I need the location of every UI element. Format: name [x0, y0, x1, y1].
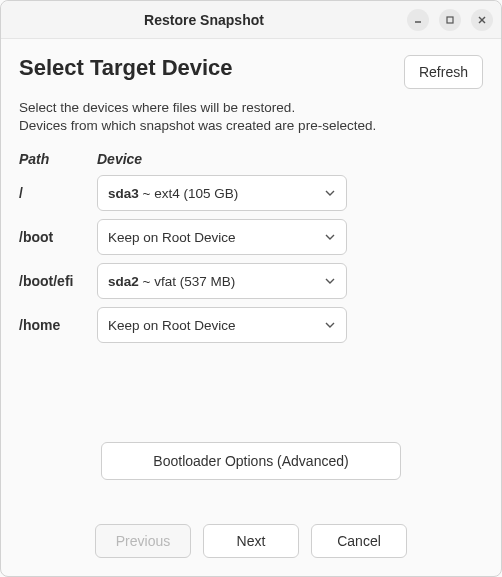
minimize-icon	[413, 15, 423, 25]
close-icon	[477, 15, 487, 25]
bootloader-options-button[interactable]: Bootloader Options (Advanced)	[101, 442, 401, 480]
device-select-label: Keep on Root Device	[108, 318, 236, 333]
chevron-down-icon	[324, 187, 336, 199]
cancel-button[interactable]: Cancel	[311, 524, 407, 558]
description-line-1: Select the devices where files will be r…	[19, 100, 295, 115]
chevron-down-icon	[324, 319, 336, 331]
device-row-boot: /boot Keep on Root Device	[19, 219, 483, 255]
page-title: Select Target Device	[19, 55, 233, 81]
device-select-root[interactable]: sda3 ~ ext4 (105 GB)	[97, 175, 347, 211]
bootloader-row: Bootloader Options (Advanced)	[19, 442, 483, 480]
device-select-boot-efi[interactable]: sda2 ~ vfat (537 MB)	[97, 263, 347, 299]
description-line-2: Devices from which snapshot was created …	[19, 118, 376, 133]
footer-buttons: Previous Next Cancel	[19, 524, 483, 562]
device-select-boot[interactable]: Keep on Root Device	[97, 219, 347, 255]
description: Select the devices where files will be r…	[19, 99, 483, 135]
device-select-label: sda3 ~ ext4 (105 GB)	[108, 186, 238, 201]
device-select-label: sda2 ~ vfat (537 MB)	[108, 274, 235, 289]
minimize-button[interactable]	[407, 9, 429, 31]
table-header: Path Device	[19, 151, 483, 167]
window-title: Restore Snapshot	[1, 12, 407, 28]
close-button[interactable]	[471, 9, 493, 31]
chevron-down-icon	[324, 275, 336, 287]
spacer	[19, 351, 483, 442]
path-label: /home	[19, 317, 97, 333]
maximize-button[interactable]	[439, 9, 461, 31]
header-row: Select Target Device Refresh	[19, 55, 483, 89]
path-label: /boot	[19, 229, 97, 245]
chevron-down-icon	[324, 231, 336, 243]
device-row-root: / sda3 ~ ext4 (105 GB)	[19, 175, 483, 211]
window-controls	[407, 9, 493, 31]
device-select-home[interactable]: Keep on Root Device	[97, 307, 347, 343]
titlebar: Restore Snapshot	[1, 1, 501, 39]
path-label: /boot/efi	[19, 273, 97, 289]
refresh-button[interactable]: Refresh	[404, 55, 483, 89]
path-label: /	[19, 185, 97, 201]
content-area: Select Target Device Refresh Select the …	[1, 39, 501, 576]
column-header-device: Device	[97, 151, 483, 167]
device-row-home: /home Keep on Root Device	[19, 307, 483, 343]
previous-button: Previous	[95, 524, 191, 558]
device-select-label: Keep on Root Device	[108, 230, 236, 245]
maximize-icon	[445, 15, 455, 25]
device-row-boot-efi: /boot/efi sda2 ~ vfat (537 MB)	[19, 263, 483, 299]
next-button[interactable]: Next	[203, 524, 299, 558]
column-header-path: Path	[19, 151, 97, 167]
svg-rect-1	[447, 17, 453, 23]
